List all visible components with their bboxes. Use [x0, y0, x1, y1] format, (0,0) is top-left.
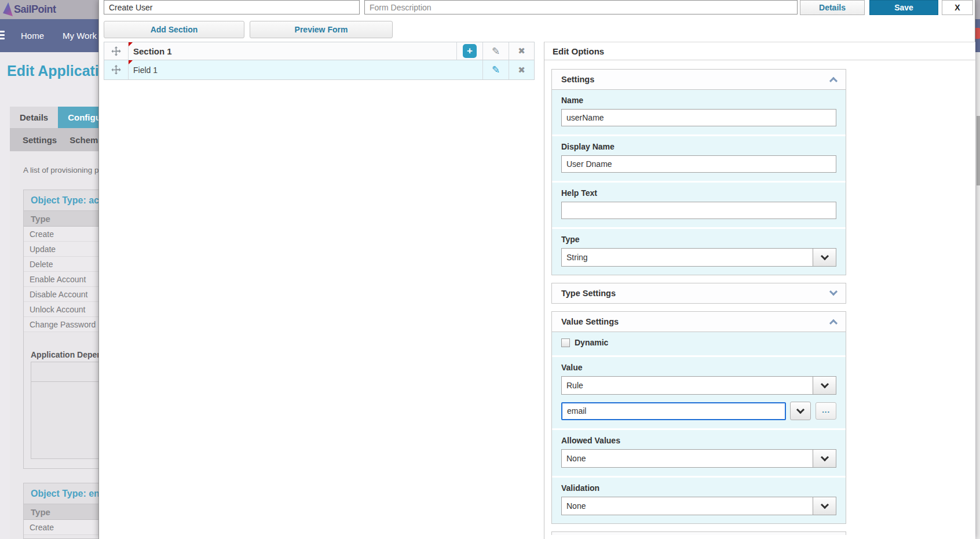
type-settings-accordion-title: Type Settings	[561, 289, 616, 298]
section-name-cell[interactable]: Section 1	[129, 42, 457, 60]
sailpoint-logo: SailPoint	[3, 2, 56, 16]
validation-label: Validation	[561, 483, 836, 493]
display-name-label: Display Name	[561, 142, 836, 151]
chevron-down-icon	[829, 287, 838, 296]
help-text-label: Help Text	[561, 188, 836, 198]
scrollbar-thumb[interactable]	[977, 116, 980, 185]
add-field-button[interactable]: +	[463, 44, 477, 58]
add-section-button[interactable]: Add Section	[104, 21, 244, 38]
chevron-down-icon	[820, 500, 828, 508]
details-button[interactable]: Details	[800, 0, 865, 15]
sailpoint-sail-icon	[3, 2, 13, 16]
page-title: Edit Applicatio	[7, 63, 108, 79]
type-select[interactable]: String	[561, 248, 836, 267]
application-dependency-label: Application Depen	[31, 350, 102, 359]
save-button[interactable]: Save	[869, 0, 938, 15]
edit-section-cell: ✎	[483, 42, 509, 60]
rule-ellipsis-button[interactable]: ...	[816, 402, 836, 420]
value-source-chevron-button[interactable]	[813, 376, 836, 395]
move-icon	[111, 46, 121, 56]
sailpoint-logo-text: SailPoint	[14, 3, 56, 16]
name-input[interactable]	[561, 109, 836, 126]
field-title: Field 1	[133, 65, 158, 75]
tab-details[interactable]: Details	[10, 107, 58, 128]
dynamic-label: Dynamic	[575, 338, 608, 347]
validation-select-value[interactable]: None	[561, 497, 813, 515]
form-description-input[interactable]	[364, 0, 798, 14]
hamburger-menu-icon[interactable]	[0, 31, 5, 41]
add-field-cell: +	[457, 42, 483, 60]
settings-accordion-body: Name Display Name Help Text Type	[552, 89, 846, 275]
form-editor-dialog: Details Save X Add Section Preview Form …	[98, 0, 975, 539]
value-settings-accordion-body: Dynamic Value Rule ...	[552, 332, 846, 523]
page-scrollbar[interactable]	[977, 52, 980, 539]
edit-section-pencil-icon[interactable]: ✎	[492, 46, 500, 56]
edit-field-cell: ✎	[483, 60, 509, 79]
dynamic-group: Dynamic	[552, 332, 846, 355]
validation-chevron-button[interactable]	[813, 497, 836, 515]
chevron-down-icon	[820, 453, 828, 461]
rule-dropdown-button[interactable]	[790, 402, 811, 420]
section-title: Section 1	[133, 46, 172, 56]
delete-field-icon[interactable]: ✖	[518, 65, 525, 75]
chevron-up-icon	[829, 319, 838, 327]
type-select-chevron-button[interactable]	[813, 248, 836, 267]
field-row: Field 1 ✎ ✖	[104, 60, 535, 80]
value-label: Value	[561, 363, 836, 372]
field-drag-handle[interactable]	[104, 60, 129, 79]
name-label: Name	[561, 96, 836, 105]
allowed-values-chevron-button[interactable]	[813, 449, 836, 468]
allowed-values-label: Allowed Values	[561, 436, 836, 445]
chevron-down-icon	[820, 252, 828, 260]
type-group: Type String	[552, 227, 846, 275]
form-name-input[interactable]	[104, 0, 360, 14]
value-source-select[interactable]: Rule	[561, 376, 836, 395]
edit-options-title: Edit Options	[544, 42, 975, 60]
name-group: Name	[552, 90, 846, 134]
delete-field-cell: ✖	[509, 60, 534, 79]
section-drag-handle[interactable]	[104, 42, 129, 60]
allowed-values-select[interactable]: None	[561, 449, 836, 468]
field-name-cell[interactable]: Field 1	[129, 60, 483, 79]
settings-accordion: Settings Name Display Name Help Text	[551, 69, 846, 275]
display-name-input[interactable]	[561, 155, 836, 173]
edit-options-panel: Edit Options Settings Name Display Name	[544, 42, 975, 539]
form-canvas: Section 1 + ✎ ✖ Field 1 ✎	[104, 42, 535, 80]
rule-picker-row: ...	[561, 402, 836, 420]
validation-group: Validation None	[552, 476, 846, 523]
type-settings-accordion: Type Settings	[551, 283, 846, 304]
display-name-group: Display Name	[552, 134, 846, 181]
help-text-input[interactable]	[561, 202, 836, 219]
help-text-group: Help Text	[552, 181, 846, 227]
edit-options-accordion: Settings Name Display Name Help Text	[551, 69, 846, 535]
preview-form-button[interactable]: Preview Form	[250, 21, 393, 38]
delete-section-cell: ✖	[509, 42, 534, 60]
validation-select[interactable]: None	[561, 497, 836, 515]
value-group: Value Rule ...	[552, 355, 846, 428]
section-row: Section 1 + ✎ ✖	[104, 42, 535, 60]
settings-accordion-header[interactable]: Settings	[552, 70, 846, 89]
next-accordion-partial	[551, 531, 846, 535]
nav-item-home[interactable]: Home	[21, 19, 44, 52]
type-settings-accordion-header[interactable]: Type Settings	[552, 283, 846, 303]
settings-accordion-title: Settings	[561, 75, 594, 84]
delete-section-icon[interactable]: ✖	[518, 46, 525, 56]
chevron-up-icon	[829, 77, 838, 85]
move-icon	[111, 65, 121, 75]
value-source-select-value[interactable]: Rule	[561, 376, 813, 395]
value-settings-accordion-header[interactable]: Value Settings	[552, 312, 846, 332]
value-settings-accordion: Value Settings Dynamic Value Rule	[551, 311, 846, 524]
allowed-values-group: Allowed Values None	[552, 428, 846, 476]
close-button[interactable]: X	[942, 0, 973, 15]
chevron-down-icon	[820, 380, 828, 388]
chevron-down-icon	[796, 405, 805, 413]
nav-item-my-work[interactable]: My Work	[63, 19, 97, 52]
rule-value-input[interactable]	[561, 402, 786, 420]
allowed-values-select-value[interactable]: None	[561, 449, 813, 468]
value-settings-accordion-title: Value Settings	[561, 317, 619, 326]
type-label: Type	[561, 235, 836, 244]
dynamic-checkbox[interactable]	[561, 338, 570, 347]
edit-field-pencil-icon[interactable]: ✎	[492, 65, 500, 75]
subtab-settings[interactable]: Settings	[23, 135, 57, 145]
type-select-value[interactable]: String	[561, 248, 813, 267]
